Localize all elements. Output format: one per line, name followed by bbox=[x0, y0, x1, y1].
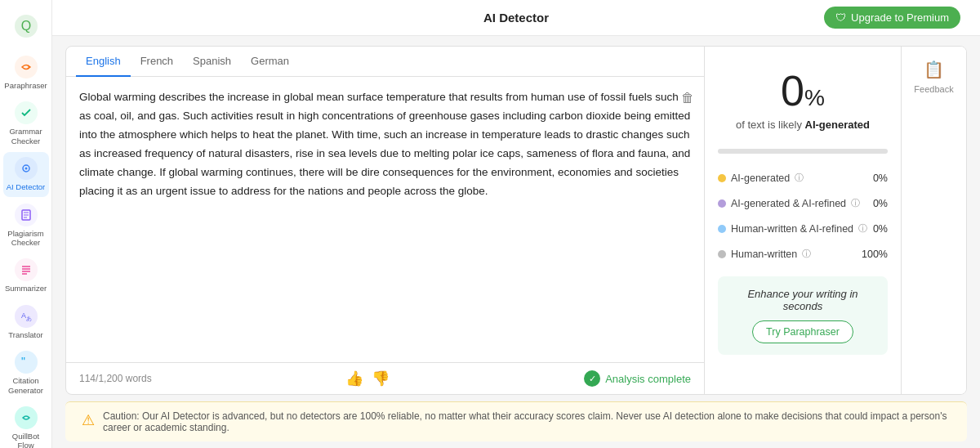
metric-row-human: Human-written ⓘ 100% bbox=[718, 244, 888, 263]
metric-row-human-ai: Human-written & AI-refined ⓘ 0% bbox=[718, 219, 888, 238]
delete-icon[interactable]: 🗑 bbox=[681, 87, 694, 109]
sidebar: Q Paraphraser Grammar Checker AI Detecto… bbox=[0, 0, 52, 448]
enhance-title: Enhance your writing in seconds bbox=[729, 288, 876, 312]
sidebar-item-grammar-checker[interactable]: Grammar Checker bbox=[3, 96, 49, 150]
enhance-box: Enhance your writing in seconds Try Para… bbox=[718, 276, 888, 355]
analysis-status: ✓ Analysis complete bbox=[584, 370, 691, 387]
svg-point-3 bbox=[24, 168, 27, 170]
results-panel: 0% of text is likely AI-generated AI-gen… bbox=[705, 47, 901, 394]
tab-spanish[interactable]: Spanish bbox=[183, 47, 241, 77]
metric-row-ai-generated: AI-generated ⓘ 0% bbox=[718, 168, 888, 187]
ai-detector-icon bbox=[15, 157, 38, 180]
sidebar-item-summarizer[interactable]: Summarizer bbox=[3, 253, 49, 298]
top-header: AI Detector 🛡 Upgrade to Premium bbox=[52, 0, 980, 36]
thumbs-down-icon[interactable]: 👎 bbox=[372, 370, 390, 388]
feedback-side-panel: 📋 Feedback bbox=[901, 47, 966, 394]
metric-info-ai-refined[interactable]: ⓘ bbox=[851, 197, 860, 209]
sidebar-item-summarizer-label: Summarizer bbox=[5, 284, 47, 293]
editor-content: Global warming describes the increase in… bbox=[79, 91, 690, 197]
check-icon: ✓ bbox=[584, 370, 600, 387]
metric-info-human[interactable]: ⓘ bbox=[802, 248, 811, 260]
caution-icon: ⚠ bbox=[82, 411, 95, 429]
grammar-checker-icon bbox=[15, 101, 38, 124]
percentage-symbol: % bbox=[804, 85, 825, 110]
sidebar-item-translator-label: Translator bbox=[8, 330, 42, 339]
editor-footer: 114/1,200 words 👍 👎 ✓ Analysis complete bbox=[66, 362, 704, 394]
language-tabs: English French Spanish German bbox=[66, 47, 704, 77]
app-logo[interactable]: Q bbox=[0, 7, 51, 49]
sidebar-item-ai-detector-label: AI Detector bbox=[7, 182, 46, 191]
percentage-display: 0% of text is likely AI-generated bbox=[718, 60, 888, 137]
left-editor: English French Spanish German 🗑 Global w… bbox=[66, 47, 705, 394]
metric-dot-human bbox=[718, 250, 726, 258]
translator-icon: Aあ bbox=[15, 305, 38, 328]
try-paraphraser-button[interactable]: Try Paraphraser bbox=[752, 320, 853, 343]
sidebar-item-paraphraser[interactable]: Paraphraser bbox=[3, 51, 49, 95]
metric-value-human-ai: 0% bbox=[873, 223, 888, 235]
quillbot-logo-icon: Q bbox=[13, 13, 39, 39]
upgrade-button[interactable]: 🛡 Upgrade to Premium bbox=[824, 7, 960, 29]
sidebar-item-quillbot-flow[interactable]: QuillBot Flow bbox=[3, 401, 49, 448]
sidebar-item-plagiarism-checker[interactable]: Plagiarism Checker bbox=[3, 199, 49, 253]
summarizer-icon bbox=[15, 258, 38, 281]
editor-panel: English French Spanish German 🗑 Global w… bbox=[65, 46, 967, 395]
caution-text: Caution: Our AI Detector is advanced, bu… bbox=[103, 410, 951, 433]
tab-french[interactable]: French bbox=[131, 47, 183, 77]
plagiarism-checker-icon bbox=[15, 204, 38, 226]
svg-text:あ: あ bbox=[26, 316, 32, 322]
percentage-label: of text is likely AI-generated bbox=[718, 119, 888, 131]
metric-dot-human-ai bbox=[718, 225, 726, 233]
metric-label-human-ai: Human-written & AI-refined bbox=[731, 223, 853, 235]
svg-text:Q: Q bbox=[20, 19, 30, 33]
upgrade-label: Upgrade to Premium bbox=[851, 11, 949, 24]
content-area: English French Spanish German 🗑 Global w… bbox=[52, 36, 980, 448]
metric-dot-ai-refined bbox=[718, 199, 726, 208]
metric-info-ai-generated[interactable]: ⓘ bbox=[795, 172, 804, 184]
quillbot-flow-icon bbox=[15, 406, 38, 429]
sidebar-item-citation-label: Citation Generator bbox=[7, 376, 46, 395]
page-title: AI Detector bbox=[368, 11, 665, 25]
citation-generator-icon: " bbox=[15, 351, 38, 374]
progress-bar bbox=[718, 149, 888, 154]
percentage-number: 0 bbox=[781, 67, 804, 114]
feedback-panel-label: Feedback bbox=[914, 84, 953, 94]
main-content: AI Detector 🛡 Upgrade to Premium English… bbox=[52, 0, 980, 448]
feedback-panel-icon: 📋 bbox=[924, 60, 944, 79]
sidebar-item-translator[interactable]: Aあ Translator bbox=[3, 300, 49, 344]
metric-label-ai-refined: AI-generated & AI-refined bbox=[731, 198, 846, 209]
metric-row-ai-refined: AI-generated & AI-refined ⓘ 0% bbox=[718, 194, 888, 213]
tab-english[interactable]: English bbox=[76, 47, 131, 77]
paraphraser-icon bbox=[15, 56, 38, 78]
metric-info-human-ai[interactable]: ⓘ bbox=[858, 222, 867, 235]
upgrade-icon: 🛡 bbox=[835, 11, 846, 24]
tab-german[interactable]: German bbox=[241, 47, 299, 77]
feedback-icons: 👍 👎 bbox=[345, 370, 390, 388]
sidebar-item-flow-label: QuillBot Flow bbox=[7, 432, 46, 448]
metric-dot-ai-generated bbox=[718, 174, 726, 182]
word-count: 114/1,200 words bbox=[79, 373, 152, 384]
metric-label-ai-generated: AI-generated bbox=[731, 172, 790, 184]
thumbs-up-icon[interactable]: 👍 bbox=[345, 370, 363, 388]
sidebar-item-citation-generator[interactable]: " Citation Generator bbox=[3, 346, 49, 400]
metric-label-human: Human-written bbox=[731, 249, 797, 260]
editor-text-area[interactable]: 🗑 Global warming describes the increase … bbox=[66, 77, 704, 362]
caution-bar: ⚠ Caution: Our AI Detector is advanced, … bbox=[65, 401, 967, 441]
sidebar-item-paraphraser-label: Paraphraser bbox=[4, 81, 47, 90]
sidebar-item-grammar-label: Grammar Checker bbox=[7, 127, 46, 146]
svg-text:": " bbox=[21, 356, 25, 368]
metric-value-ai-generated: 0% bbox=[873, 172, 888, 184]
sidebar-item-ai-detector[interactable]: AI Detector bbox=[3, 152, 49, 196]
metric-value-ai-refined: 0% bbox=[873, 198, 888, 209]
sidebar-item-plagiarism-label: Plagiarism Checker bbox=[7, 229, 46, 248]
metric-value-human: 100% bbox=[862, 249, 888, 260]
